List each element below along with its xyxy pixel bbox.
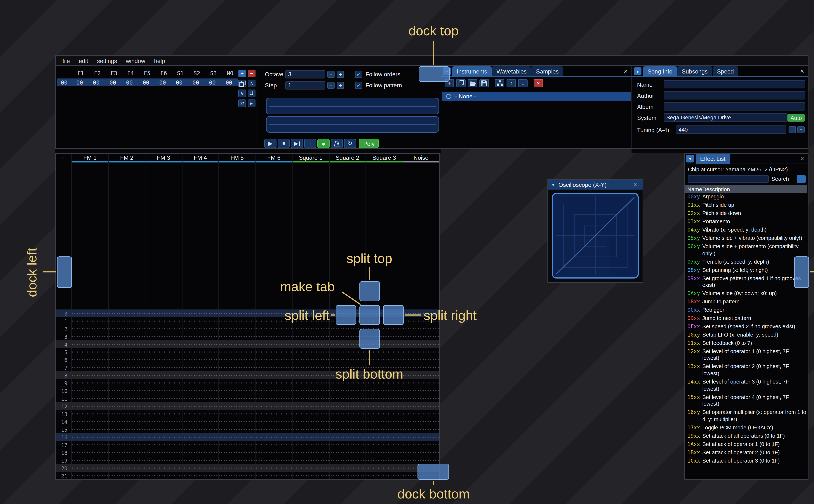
delete-instrument-button[interactable]: × xyxy=(534,79,543,87)
tab[interactable]: Instruments xyxy=(452,66,492,76)
move-instrument-down-button[interactable]: ↓ xyxy=(518,79,528,87)
effect-list-item[interactable]: 00xy Arpeggio xyxy=(685,193,807,201)
pattern-row[interactable]: 14 xyxy=(56,418,439,426)
pattern-row[interactable]: 12 xyxy=(56,402,439,410)
pattern-row-cells[interactable] xyxy=(71,402,439,410)
menu-item[interactable]: edit xyxy=(74,56,92,65)
dock-target-left[interactable] xyxy=(57,256,72,288)
menu-item[interactable]: file xyxy=(58,56,74,65)
pattern-row-cells[interactable] xyxy=(71,464,439,472)
channel-header[interactable]: FM 6 xyxy=(255,154,292,162)
order-cell[interactable]: 00 xyxy=(138,79,154,85)
effect-list-item[interactable]: 1Cxx Set attack of operator 3 (0 to 1F) xyxy=(685,457,807,465)
tuning-increase-button[interactable]: + xyxy=(797,126,805,133)
pattern-row-cells[interactable] xyxy=(71,356,439,364)
channel-header[interactable]: FM 4 xyxy=(182,154,219,162)
pattern-row-cells[interactable] xyxy=(71,426,439,433)
step-increase-button[interactable]: + xyxy=(337,82,344,89)
pattern-row-cells[interactable] xyxy=(71,395,439,402)
close-panel-button[interactable]: × xyxy=(798,68,806,75)
effect-list-item[interactable]: 05xy Volume slide + vibrato (compatibili… xyxy=(685,234,807,243)
collapse-icon[interactable]: ▼ xyxy=(551,183,555,187)
effect-list-item[interactable]: 14xx Set level of operator 3 (0 highest,… xyxy=(685,378,807,393)
pattern-row[interactable]: 6 xyxy=(56,356,439,364)
pattern-row-cells[interactable] xyxy=(71,348,439,356)
edit-record-toggle[interactable]: ● xyxy=(317,139,329,148)
move-order-down-button[interactable]: ∨ xyxy=(238,90,246,97)
pattern-row[interactable]: 0 xyxy=(56,309,439,317)
save-instrument-button[interactable] xyxy=(480,79,489,87)
poly-button[interactable]: Poly xyxy=(359,139,379,148)
effect-list-item[interactable]: 07xy Tremolo (x: speed; y: depth) xyxy=(685,258,807,266)
move-instrument-up-button[interactable]: ↑ xyxy=(507,79,516,87)
split-target-top[interactable] xyxy=(359,281,380,301)
pattern-row[interactable]: 13 xyxy=(56,410,439,418)
order-cell[interactable]: 00 xyxy=(88,79,104,85)
menu-item[interactable]: window xyxy=(121,56,150,65)
pattern-row[interactable]: 21 xyxy=(56,472,439,480)
close-window-button[interactable]: × xyxy=(631,181,639,188)
pattern-row[interactable]: 5 xyxy=(56,348,439,356)
auto-system-button[interactable]: Auto xyxy=(788,114,805,122)
pattern-row[interactable]: 17 xyxy=(56,441,439,449)
dock-target-right[interactable] xyxy=(794,256,809,288)
pattern-row[interactable]: 1 xyxy=(56,317,439,325)
octave-input[interactable] xyxy=(285,70,325,78)
effect-list-item[interactable]: 0Cxx Retrigger xyxy=(685,306,807,314)
effect-list-item[interactable]: 11xx Set feedback (0 to 7) xyxy=(685,339,807,347)
system-input[interactable] xyxy=(664,113,787,122)
effect-search-input[interactable] xyxy=(688,175,769,183)
channel-header[interactable]: Noise xyxy=(402,154,439,162)
order-cell[interactable]: 00 xyxy=(121,79,138,85)
order-cell[interactable]: 00 xyxy=(71,79,88,85)
pattern-row[interactable]: 18 xyxy=(56,449,439,456)
open-instrument-button[interactable] xyxy=(468,79,477,87)
pattern-row-cells[interactable] xyxy=(71,472,439,480)
effect-list-item[interactable]: 1Bxx Set attack of operator 2 (0 to 1F) xyxy=(685,448,807,457)
pattern-row[interactable]: 2 xyxy=(56,325,439,333)
order-cell[interactable]: 00 xyxy=(154,79,171,85)
song-author-input[interactable] xyxy=(664,91,805,99)
channel-header[interactable]: FM 1 xyxy=(71,154,108,162)
tuning-input[interactable] xyxy=(676,125,786,134)
tab[interactable]: Samples xyxy=(532,66,563,76)
effect-list-item[interactable]: 13xx Set level of operator 2 (0 highest,… xyxy=(685,363,807,378)
pattern-row-cells[interactable] xyxy=(71,333,439,340)
split-target-left[interactable] xyxy=(336,305,356,325)
split-target-right[interactable] xyxy=(383,305,404,325)
pattern-row-cells[interactable] xyxy=(71,340,439,348)
octave-increase-button[interactable]: + xyxy=(337,71,344,78)
pattern-row-cells[interactable] xyxy=(71,449,439,456)
order-change-mode-button[interactable]: ⇄ xyxy=(238,99,246,107)
effect-list-item[interactable]: 12xx Set level of operator 1 (0 highest,… xyxy=(685,347,807,363)
tab[interactable]: Wavetables xyxy=(492,66,531,76)
pattern-row[interactable]: 10 xyxy=(56,387,439,395)
song-name-input[interactable] xyxy=(664,80,805,88)
effect-list-item[interactable]: 02xx Pitch slide down xyxy=(685,209,807,218)
duplicate-order-button[interactable] xyxy=(238,80,246,87)
effect-list-item[interactable]: 08xy Set panning (x: left; y: right) xyxy=(685,266,807,274)
stop-button[interactable]: ■ xyxy=(277,139,290,148)
duplicate-order-end-button[interactable]: ⇊ xyxy=(248,90,255,97)
close-panel-button[interactable]: × xyxy=(798,155,806,162)
pattern-row[interactable]: 16 xyxy=(56,433,439,441)
order-cell[interactable]: 00 xyxy=(187,79,204,85)
follow-pattern-checkbox[interactable]: ✓ xyxy=(355,82,362,89)
instrument-folders-toggle-button[interactable] xyxy=(495,79,504,87)
pattern-row[interactable]: 15 xyxy=(56,426,439,433)
metronome-button[interactable] xyxy=(331,139,343,148)
pattern-row-cells[interactable] xyxy=(71,418,439,426)
order-cell[interactable]: 00 xyxy=(204,79,221,85)
effect-list-item[interactable]: 17xx Toggle PCM mode (LEGACY) xyxy=(685,424,807,432)
pattern-row[interactable]: 19 xyxy=(56,456,439,464)
tab[interactable]: Song Info xyxy=(643,66,677,76)
song-album-input[interactable] xyxy=(664,102,805,111)
close-panel-button[interactable]: × xyxy=(622,68,630,75)
pattern-row[interactable]: 20 xyxy=(56,464,439,472)
effect-list-item[interactable]: 09xx Set groove pattern (speed 1 if no g… xyxy=(685,274,807,290)
tuning-decrease-button[interactable]: - xyxy=(789,126,796,133)
tab-list-button[interactable]: ▼ xyxy=(634,67,642,75)
tab[interactable]: Subsongs xyxy=(677,66,712,76)
expand-channels-button[interactable]: ++ xyxy=(56,154,71,162)
channel-header[interactable]: FM 2 xyxy=(108,154,145,162)
